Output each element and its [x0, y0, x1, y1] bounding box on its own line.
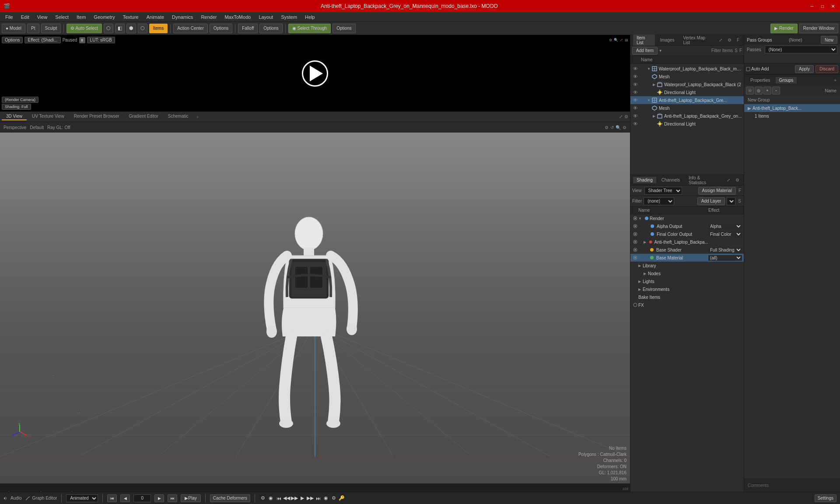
status-icon-5[interactable]: ▶▶ [291, 495, 298, 502]
nodes-arrow[interactable]: ▶ [644, 272, 646, 276]
tree-item-light-2[interactable]: 👁 Directional Light [630, 120, 744, 128]
model-mode-button[interactable]: ● Model [2, 24, 25, 33]
status-icon-10[interactable]: ⚙ [330, 495, 337, 502]
eye-icon-6[interactable]: 👁 [632, 105, 638, 111]
lights-arrow[interactable]: ▶ [638, 280, 641, 284]
environments-arrow[interactable]: ▶ [638, 287, 641, 291]
final-color-effect-select[interactable]: Final Color [708, 231, 742, 237]
status-icon-6[interactable]: ▶ [299, 495, 306, 502]
groups-icon-btn-1[interactable]: ☉ [746, 87, 754, 94]
toolbar-icon-4[interactable]: ⬡ [138, 24, 147, 33]
alpha-effect-select[interactable]: Alpha [708, 224, 742, 229]
shader-lights-row[interactable]: ▶ Lights [630, 277, 744, 285]
items-button[interactable]: Items [149, 24, 168, 33]
falloff-button[interactable]: Falloff [238, 24, 258, 33]
item-list-settings-icon[interactable]: ⚙ [726, 38, 733, 42]
tab-images[interactable]: Images [657, 37, 678, 43]
add-item-dropdown-icon[interactable]: ▾ [659, 48, 662, 53]
eye-icon-2[interactable]: 👁 [632, 74, 638, 80]
groups-icon-btn-2[interactable]: ◎ [755, 87, 763, 94]
groups-add-icon[interactable]: + [833, 78, 837, 83]
shading-expand-icon[interactable]: ⤢ [725, 178, 732, 182]
tab-channels[interactable]: Channels [658, 177, 683, 183]
status-icon-4[interactable]: ◀◀ [283, 495, 290, 502]
menu-render[interactable]: Render [197, 14, 220, 21]
preview-icon-4[interactable]: ▤ [625, 38, 628, 42]
tab-groups[interactable]: Groups [776, 77, 797, 84]
eye-icon-4[interactable]: 👁 [632, 89, 638, 95]
audio-btn[interactable]: Audio [10, 496, 22, 500]
shader-library-row[interactable]: ▶ Library [630, 262, 744, 270]
maximize-button[interactable]: □ [819, 3, 826, 10]
sculpt-mode-button[interactable]: Sculpt [41, 24, 61, 33]
arrow-4[interactable]: ▶ [651, 113, 657, 119]
menu-help[interactable]: Help [301, 14, 318, 21]
eye-icon-5[interactable]: 👁 [632, 97, 638, 103]
groups-icon-btn-3[interactable]: + [763, 87, 771, 94]
tab-item-list[interactable]: Item List [633, 35, 655, 46]
status-icon-2[interactable]: ◉ [267, 495, 274, 502]
tab-add-button[interactable]: + [194, 113, 202, 120]
tree-item-waterproof-group[interactable]: 👁 ▼ Waterproof_Laptop_Backpack_Black_mo.… [630, 65, 744, 73]
audio-section[interactable]: Audio [4, 496, 22, 501]
action-center-button[interactable]: Action Center [173, 24, 208, 33]
tab-properties[interactable]: Properties [747, 77, 774, 84]
base-shader-effect-select[interactable]: Full Shading [708, 247, 742, 253]
perspective-label[interactable]: Perspective [4, 125, 26, 130]
play-button[interactable]: ▶ Play [181, 494, 200, 502]
view-select[interactable]: Shader Tree [644, 187, 682, 195]
close-button[interactable]: ✕ [830, 3, 836, 10]
toolbar-icon-2[interactable]: ◧ [115, 24, 125, 33]
assign-material-button[interactable]: Assign Material [698, 187, 736, 195]
rewind-start-button[interactable]: ⏮ [107, 494, 117, 502]
status-icon-9[interactable]: ◉ [322, 495, 329, 502]
item-list-pin-icon[interactable]: F [735, 38, 741, 42]
menu-system[interactable]: System [277, 14, 301, 21]
groups-tree-item-antitheft[interactable]: ▶ Anti-theft_Laptop_Back... [744, 104, 840, 112]
antitheft-arrow[interactable]: ▶ [644, 240, 646, 244]
tab-3d-view[interactable]: 3D View [2, 113, 27, 120]
shader-fx-row[interactable]: FX [630, 301, 744, 309]
ray-gl-label[interactable]: Ray GL: Off [47, 125, 70, 130]
tree-item-antitheft-group[interactable]: 👁 ▼ Anti-theft_Laptop_Backpack_Gre... [630, 96, 744, 104]
base-shader-eye-icon[interactable] [632, 248, 638, 252]
select-through-button[interactable]: ◉ Select Through [288, 24, 331, 33]
shading-settings-icon[interactable]: ⚙ [734, 178, 741, 182]
play-preview-button[interactable] [302, 60, 328, 87]
status-icon-7[interactable]: ▶▶ [307, 495, 314, 502]
preview-icon-3[interactable]: ⤢ [620, 38, 623, 42]
vp-icon-3[interactable]: 🔍 [616, 125, 621, 130]
step-forward-button[interactable]: ▶ [154, 494, 164, 502]
shader-antitheft-row[interactable]: ▶ Anti-theft_Laptop_Backpa... [630, 238, 744, 246]
animated-select[interactable]: Animated [66, 494, 98, 502]
assign-material-pin[interactable]: F [738, 188, 742, 193]
tree-item-mesh-2[interactable]: 👁 Mesh [630, 104, 744, 112]
settings-button[interactable]: Settings [815, 494, 836, 502]
status-icon-11[interactable]: 🔑 [338, 495, 345, 502]
status-icon-3[interactable]: ⏮ [275, 495, 282, 502]
render-arrow[interactable]: ▼ [638, 217, 642, 220]
tree-item-backpack-black[interactable]: 👁 ▶ Waterproof_Laptop_Backpack_Black (2 [630, 80, 744, 88]
groups-tree-item-items[interactable]: 1 Items [744, 112, 840, 120]
vp-icon-4[interactable]: ⚙ [623, 125, 626, 130]
tab-uv-texture-view[interactable]: UV Texture View [28, 113, 69, 120]
discard-button[interactable]: Discard [816, 65, 838, 73]
eye-icon-3[interactable]: 👁 [632, 81, 638, 88]
add-layer-button[interactable]: Add Layer [697, 197, 725, 205]
pt-mode-button[interactable]: Pt [27, 24, 39, 33]
tree-item-light-1[interactable]: 👁 Directional Light [630, 88, 744, 96]
tab-vertex-map-list[interactable]: Vertex Map List [679, 35, 713, 46]
shader-nodes-row[interactable]: ▶ Nodes [630, 270, 744, 277]
eye-icon-8[interactable]: 👁 [632, 121, 638, 127]
options-2-button[interactable]: Options [259, 24, 282, 33]
tree-item-mesh-1[interactable]: 👁 Mesh [630, 73, 744, 80]
apply-button[interactable]: Apply [795, 65, 814, 73]
tree-item-antitheft-grey[interactable]: 👁 ▶ Anti-theft_Laptop_Backpack_Grey_on..… [630, 112, 744, 120]
filter-select[interactable]: (none) [644, 197, 674, 205]
group-item-arrow[interactable]: ▶ [748, 106, 751, 111]
vp-icon-1[interactable]: ⚙ [605, 125, 609, 130]
menu-geometry[interactable]: Geometry [90, 14, 118, 21]
menu-select[interactable]: Select [52, 14, 72, 21]
shader-final-color-row[interactable]: Final Color Output Final Color [630, 230, 744, 238]
preview-icon-2[interactable]: 🔍 [614, 38, 618, 42]
